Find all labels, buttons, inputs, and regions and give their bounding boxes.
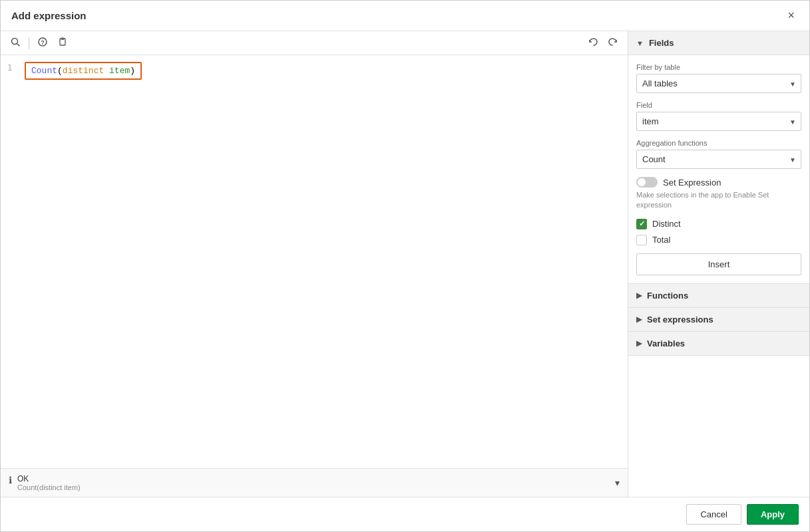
cancel-button[interactable]: Cancel <box>686 504 741 525</box>
apply-button[interactable]: Apply <box>747 504 799 525</box>
close-button[interactable]: × <box>783 7 799 24</box>
svg-text:?: ? <box>41 39 45 46</box>
set-expression-label: Set Expression <box>663 178 721 188</box>
total-label: Total <box>652 235 670 245</box>
editor-panel: ? <box>1 31 628 497</box>
set-expressions-arrow-icon: ▶ <box>636 315 642 324</box>
set-expression-area: Set Expression Make selections in the ap… <box>636 177 801 211</box>
status-content: ℹ OK Count(distinct item) <box>9 474 81 491</box>
functions-section-label: Functions <box>647 291 688 301</box>
set-expression-desc: Make selections in the app to Enable Set… <box>636 190 801 211</box>
add-expression-dialog: Add expression × ? <box>0 0 810 532</box>
code-expression[interactable]: Count(distinct item) <box>25 62 142 80</box>
dialog-title: Add expression <box>11 10 87 21</box>
editor-status: ℹ OK Count(distinct item) ▾ <box>1 468 628 497</box>
filter-table-select[interactable]: All tables <box>636 74 801 93</box>
fields-section-label: Fields <box>649 38 674 48</box>
variables-section-label: Variables <box>647 338 685 348</box>
undo-icon[interactable] <box>585 35 601 51</box>
aggregation-select-wrapper: Count Sum Avg Min Max ▼ <box>636 150 801 169</box>
clipboard-icon[interactable] <box>55 35 71 51</box>
toolbar-divider-1 <box>29 37 29 49</box>
total-checkbox[interactable] <box>636 235 647 245</box>
field-label: Field <box>636 101 801 109</box>
editor-content[interactable]: 1 Count(distinct item) <box>1 55 628 468</box>
field-select[interactable]: item <box>636 112 801 131</box>
filter-table-label: Filter by table <box>636 63 801 71</box>
aggregation-select[interactable]: Count Sum Avg Min Max <box>636 150 801 169</box>
total-row: Total <box>636 235 801 245</box>
right-panel: ▼ Fields Filter by table All tables ▼ Fi… <box>628 31 809 497</box>
set-expression-toggle-row: Set Expression <box>636 177 801 188</box>
help-icon[interactable]: ? <box>35 35 51 51</box>
status-expression: Count(distinct item) <box>17 483 81 491</box>
editor-line-1: 1 Count(distinct item) <box>7 62 621 80</box>
variables-arrow-icon: ▶ <box>636 339 642 348</box>
code-keyword: distinct <box>63 66 104 76</box>
status-ok-label: OK <box>17 474 81 483</box>
aggregation-label: Aggregation functions <box>636 139 801 147</box>
set-expression-toggle-switch[interactable] <box>636 177 658 188</box>
distinct-label: Distinct <box>652 219 681 229</box>
info-icon: ℹ <box>9 475 12 485</box>
filter-table-wrapper: All tables ▼ <box>636 74 801 93</box>
fields-section-header[interactable]: ▼ Fields <box>628 31 809 55</box>
insert-button[interactable]: Insert <box>636 253 801 275</box>
code-func: Count <box>31 66 57 76</box>
dialog-header: Add expression × <box>1 1 809 31</box>
field-select-wrapper: item ▼ <box>636 112 801 131</box>
fields-arrow-icon: ▼ <box>636 39 644 47</box>
code-field: item <box>109 66 130 76</box>
set-expressions-section-header[interactable]: ▶ Set expressions <box>628 308 809 332</box>
search-icon[interactable] <box>7 35 23 51</box>
dialog-body: ? <box>1 31 809 497</box>
redo-icon[interactable] <box>605 35 621 51</box>
line-number: 1 <box>7 63 18 72</box>
functions-section-header[interactable]: ▶ Functions <box>628 284 809 308</box>
variables-section-header[interactable]: ▶ Variables <box>628 332 809 356</box>
toolbar-right <box>585 35 621 51</box>
distinct-checkbox[interactable] <box>636 219 647 229</box>
functions-arrow-icon: ▶ <box>636 291 642 300</box>
editor-toolbar: ? <box>1 31 628 55</box>
dialog-footer: Cancel Apply <box>1 497 809 531</box>
status-toggle-button[interactable]: ▾ <box>615 477 620 488</box>
distinct-row: Distinct <box>636 219 801 229</box>
set-expressions-section-label: Set expressions <box>647 315 713 325</box>
svg-line-1 <box>17 44 20 47</box>
fields-section-content: Filter by table All tables ▼ Field item … <box>628 55 809 284</box>
